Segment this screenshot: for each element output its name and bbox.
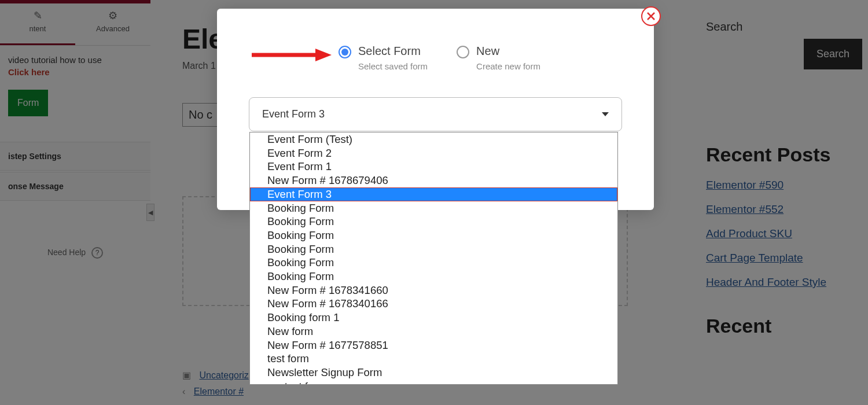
dropdown-option[interactable]: New Form # 1678341660 (250, 284, 617, 297)
radio-new-form[interactable] (457, 46, 469, 58)
arrow-annotation (252, 48, 333, 64)
dropdown-option[interactable]: Booking Form (250, 270, 617, 284)
dropdown-option[interactable]: Booking Form (250, 242, 617, 256)
dropdown-option[interactable]: Booking Form (250, 229, 617, 242)
dropdown-option[interactable]: Booking form 1 (250, 311, 617, 325)
dropdown-option[interactable]: test form (250, 352, 617, 366)
dropdown-option[interactable]: contact form (250, 380, 617, 385)
select-form-subtitle: Select saved form (358, 61, 428, 71)
dropdown-option[interactable]: Event Form (Test) (250, 132, 617, 146)
svg-marker-1 (315, 49, 332, 61)
form-option-row: Select Form Select saved form New Create… (339, 45, 654, 71)
dropdown-option[interactable]: Event Form 3 (250, 187, 617, 201)
dropdown-option[interactable]: New form (250, 325, 617, 338)
form-select-dropdown[interactable]: Event Form 3 (249, 97, 622, 131)
dropdown-option[interactable]: New Form # 1678679406 (250, 174, 617, 187)
new-form-title: New (476, 45, 540, 58)
dropdown-option[interactable]: Booking Form (250, 201, 617, 215)
new-form-subtitle: Create new form (476, 61, 540, 71)
dropdown-option[interactable]: New Form # 1677578851 (250, 338, 617, 352)
radio-select-form[interactable] (339, 46, 351, 58)
close-button[interactable] (641, 6, 661, 26)
dropdown-option[interactable]: Newsletter Signup Form (250, 366, 617, 380)
dropdown-option[interactable]: Booking Form (250, 215, 617, 229)
chevron-down-icon (602, 112, 609, 116)
option-new-form[interactable]: New Create new form (457, 45, 540, 71)
option-select-form[interactable]: Select Form Select saved form (339, 45, 428, 71)
dropdown-option[interactable]: Booking Form (250, 256, 617, 270)
close-icon (646, 12, 656, 21)
selected-form-value: Event Form 3 (262, 108, 325, 120)
form-dropdown-list[interactable]: Event Form (Test)Event Form 2Event Form … (249, 132, 618, 385)
dropdown-option[interactable]: Event Form 2 (250, 146, 617, 160)
dropdown-option[interactable]: New Form # 1678340166 (250, 297, 617, 311)
dropdown-option[interactable]: Event Form 1 (250, 160, 617, 174)
select-form-title: Select Form (358, 45, 428, 58)
